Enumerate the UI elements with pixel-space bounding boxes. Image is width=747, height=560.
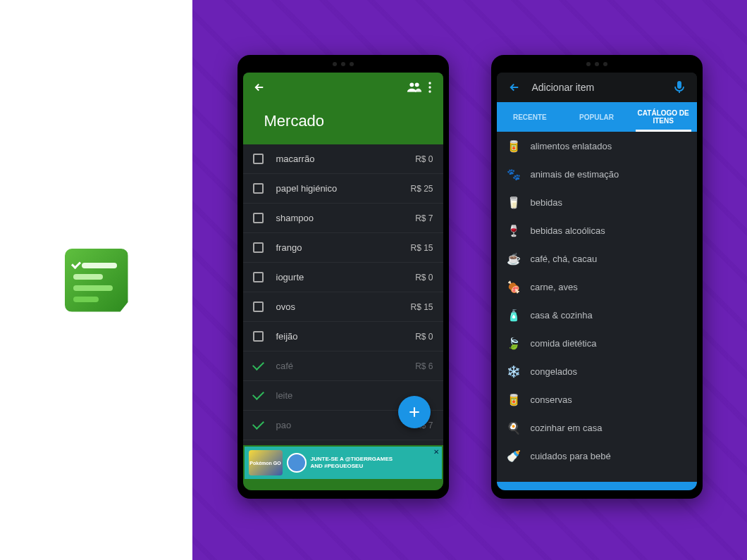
category-list: 🥫alimentos enlatados🐾animais de estimaçã… xyxy=(497,132,697,482)
category-item[interactable]: 🍖carne, aves xyxy=(497,273,697,301)
svg-point-1 xyxy=(414,82,419,87)
ad-logo: Pokémon GO xyxy=(249,450,283,475)
svg-point-0 xyxy=(409,82,414,87)
item-price: R$ 7 xyxy=(415,213,433,223)
item-name: café xyxy=(276,361,416,371)
category-icon: 🐾 xyxy=(507,167,521,181)
mic-icon[interactable] xyxy=(670,78,689,97)
category-icon: 🧴 xyxy=(507,308,521,322)
list-item[interactable]: ovosR$ 15 xyxy=(243,292,443,322)
category-label: carne, aves xyxy=(531,282,578,292)
category-icon: ❄️ xyxy=(507,364,521,378)
tab-catálogo-de-itens[interactable]: CATÁLOGO DE ITENS xyxy=(630,102,697,132)
category-item[interactable]: 🥫conservas xyxy=(497,385,697,413)
category-label: bebidas xyxy=(531,197,563,208)
category-icon: 🥫 xyxy=(507,139,521,153)
category-item[interactable]: 🍳cozinhar em casa xyxy=(497,413,697,442)
item-name: iogurte xyxy=(276,272,416,282)
list-item[interactable]: iogurteR$ 0 xyxy=(243,263,443,292)
category-label: bebidas alcoólicas xyxy=(531,225,605,236)
category-item[interactable]: 🥛bebidas xyxy=(497,188,697,216)
item-name: shampoo xyxy=(276,213,416,223)
list-item[interactable]: shampooR$ 7 xyxy=(243,204,443,233)
list-item[interactable]: feijãoR$ 0 xyxy=(243,322,443,351)
share-people-icon[interactable] xyxy=(405,78,424,97)
category-item[interactable]: 🥫alimentos enlatados xyxy=(497,132,697,160)
item-price: R$ 0 xyxy=(415,154,433,164)
category-tabs: RECENTEPOPULARCATÁLOGO DE ITENS xyxy=(497,102,697,132)
category-label: conservas xyxy=(531,394,572,405)
back-icon[interactable] xyxy=(250,78,268,97)
overflow-menu-icon[interactable] xyxy=(424,78,436,97)
category-icon: 🥫 xyxy=(507,392,521,406)
category-item[interactable]: 🍼cuidados para bebé xyxy=(497,442,697,470)
ad-text: JUNTE-SE A @TIGERRGAMES AND #PEGUEOSEU xyxy=(311,456,393,469)
check-icon[interactable] xyxy=(252,388,264,400)
category-label: congelados xyxy=(531,366,578,377)
category-icon: 🍖 xyxy=(507,280,521,294)
checkbox[interactable] xyxy=(253,272,264,282)
category-label: comida dietética xyxy=(531,338,597,349)
category-label: cuidados para bebé xyxy=(531,451,611,461)
svg-point-4 xyxy=(428,90,431,92)
checkbox[interactable] xyxy=(253,213,264,223)
category-item[interactable]: 🐾animais de estimação xyxy=(497,160,697,188)
item-name: papel higiénico xyxy=(276,183,411,194)
checkbox[interactable] xyxy=(253,301,264,312)
category-item[interactable]: 🍷bebidas alcoólicas xyxy=(497,216,697,244)
item-price: R$ 6 xyxy=(415,361,433,371)
list-item[interactable]: frangoR$ 15 xyxy=(243,233,443,263)
search-bar: Adicionar item xyxy=(497,73,697,102)
list-item[interactable]: papel higiénicoR$ 25 xyxy=(243,174,443,204)
left-blank-panel xyxy=(0,0,192,560)
category-label: cozinhar em casa xyxy=(531,423,603,433)
check-icon[interactable] xyxy=(252,418,264,430)
list-title: Mercado xyxy=(243,102,443,144)
category-icon: 🍳 xyxy=(507,421,521,435)
ad-close-icon[interactable]: ✕ xyxy=(433,448,439,456)
ad-banner[interactable]: Pokémon GO JUNTE-SE A @TIGERRGAMES AND #… xyxy=(243,445,443,480)
system-nav-bar xyxy=(243,480,443,490)
category-icon: 🥛 xyxy=(507,195,521,209)
item-price: R$ 15 xyxy=(410,302,433,312)
search-input[interactable]: Adicionar item xyxy=(532,82,662,93)
add-item-fab[interactable] xyxy=(398,396,431,428)
system-nav-bar xyxy=(497,482,697,490)
category-item[interactable]: 🧴casa & cozinha xyxy=(497,301,697,329)
checkbox[interactable] xyxy=(253,242,264,253)
category-item[interactable]: ❄️congelados xyxy=(497,357,697,385)
category-item[interactable]: ☕café, chá, cacau xyxy=(497,244,697,273)
checkbox[interactable] xyxy=(253,331,264,342)
showcase-panel: Mercado macarrãoR$ 0papel higiénicoR$ 25… xyxy=(192,0,747,560)
item-price: R$ 25 xyxy=(410,184,433,194)
list-item[interactable]: macarrãoR$ 0 xyxy=(243,144,443,174)
tab-popular[interactable]: POPULAR xyxy=(563,102,630,132)
item-name: feijão xyxy=(276,331,416,342)
list-header: Mercado xyxy=(243,73,443,144)
item-name: macarrão xyxy=(276,154,416,164)
category-label: animais de estimação xyxy=(531,169,619,180)
category-item[interactable]: 🍃comida dietética xyxy=(497,329,697,357)
category-icon: ☕ xyxy=(507,251,521,266)
category-label: casa & cozinha xyxy=(531,310,593,321)
category-label: café, chá, cacau xyxy=(531,254,598,264)
category-icon: 🍃 xyxy=(507,336,521,350)
item-price: R$ 0 xyxy=(415,332,433,342)
list-item[interactable]: caféR$ 6 xyxy=(243,351,443,381)
category-icon: 🍼 xyxy=(507,449,521,463)
ad-avatar xyxy=(287,453,307,473)
app-icon xyxy=(63,247,130,314)
category-icon: 🍷 xyxy=(507,223,521,237)
checkbox[interactable] xyxy=(253,154,264,164)
phone-mercado: Mercado macarrãoR$ 0papel higiénicoR$ 25… xyxy=(237,55,449,499)
svg-point-2 xyxy=(428,82,431,84)
item-price: R$ 0 xyxy=(415,273,433,282)
item-name: frango xyxy=(276,242,411,253)
tab-recente[interactable]: RECENTE xyxy=(497,102,564,132)
checkbox[interactable] xyxy=(253,183,264,194)
phone-add-item: Adicionar item RECENTEPOPULARCATÁLOGO DE… xyxy=(491,55,703,499)
svg-point-3 xyxy=(428,86,431,88)
category-label: alimentos enlatados xyxy=(531,141,612,151)
check-icon[interactable] xyxy=(252,359,264,371)
back-icon[interactable] xyxy=(505,78,524,97)
